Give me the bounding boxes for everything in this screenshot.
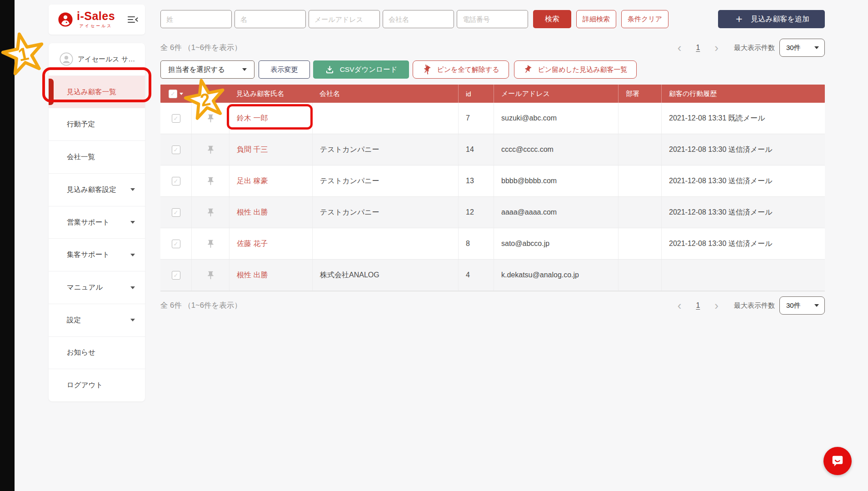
download-icon	[325, 65, 334, 75]
add-prospect-button[interactable]: ＋ 見込み顧客を追加	[718, 10, 825, 28]
row-pin-cell	[191, 165, 229, 196]
sidebar-collapse-button[interactable]	[127, 15, 139, 25]
company-cell: テストカンパニー	[312, 165, 458, 196]
next-page-icon[interactable]: ›	[712, 300, 721, 311]
pin-icon[interactable]	[206, 239, 215, 249]
pin-icon[interactable]	[206, 176, 215, 186]
max-rows-value: 30件	[786, 44, 801, 52]
row-checkbox[interactable]: ✓	[172, 177, 180, 185]
history-cell: 2021-12-08 13:30 送信済メール	[661, 165, 825, 196]
history-cell: 2021-12-08 13:30 送信済メール	[661, 134, 825, 165]
pin-icon[interactable]	[206, 114, 215, 123]
prospect-table: ✓ 見込み顧客氏名 会社名 id メールアドレス 部署 顧客の行動履歴 ✓ 鈴木…	[160, 85, 825, 291]
assignee-select[interactable]: 担当者を選択する	[160, 60, 254, 79]
prev-page-icon[interactable]: ‹	[675, 300, 684, 311]
dept-cell	[618, 228, 661, 259]
customer-name-link[interactable]: 根性 出勝	[237, 208, 268, 217]
sidebar-item-label: 集客サポート	[67, 250, 110, 260]
sidebar-item-action-schedule[interactable]: 行動予定	[49, 108, 145, 140]
left-black-strip	[0, 0, 15, 491]
user-name-label: アイセールス サ…	[78, 55, 135, 64]
table-row: ✓ 負間 千三 テストカンパニー 14 cccc@cccc.com 2021-1…	[160, 134, 825, 165]
sidebar-item-label: 営業サポート	[67, 218, 110, 227]
name-cell: 鈴木 一郎	[229, 103, 312, 134]
sidebar-item-label: マニュアル	[67, 283, 103, 292]
page-number[interactable]: 1	[696, 44, 700, 52]
select-menu-caret-icon[interactable]	[180, 93, 183, 95]
last-name-input[interactable]	[160, 10, 232, 28]
row-checkbox[interactable]: ✓	[172, 240, 180, 248]
select-all-checkbox[interactable]: ✓	[169, 90, 177, 98]
next-page-icon[interactable]: ›	[712, 42, 721, 54]
name-cell: 負間 千三	[229, 134, 312, 165]
check-mark: ✓	[174, 241, 179, 247]
pin-icon[interactable]	[206, 271, 215, 280]
header-name: 見込み顧客氏名	[229, 85, 312, 103]
email-cell: bbbb@bbbb.com	[494, 165, 618, 196]
sidebar-item-label: お知らせ	[67, 348, 95, 357]
prev-page-icon[interactable]: ‹	[675, 42, 684, 54]
check-mark: ✓	[174, 115, 179, 121]
pinned-prospects-button[interactable]: ピン留めした見込み顧客一覧	[514, 60, 637, 79]
sidebar-item-marketing-support[interactable]: 集客サポート	[49, 238, 145, 271]
customer-name-link[interactable]: 根性 出勝	[237, 271, 268, 280]
clear-conditions-button[interactable]: 条件クリア	[621, 10, 668, 28]
max-rows-select[interactable]: 30件	[779, 296, 825, 315]
search-button[interactable]: 検索	[533, 10, 571, 28]
first-name-input[interactable]	[234, 10, 306, 28]
table-row: ✓ 足出 稼豪 テストカンパニー 13 bbbb@bbbb.com 2021-1…	[160, 165, 825, 197]
sidebar-item-label: ログアウト	[67, 381, 103, 390]
sidebar-item-label: 行動予定	[67, 120, 95, 129]
table-body: ✓ 鈴木 一郎 7 suzuki@abc.com 2021-12-08 13:3…	[160, 103, 825, 291]
row-checkbox[interactable]: ✓	[172, 271, 180, 280]
select-all-header[interactable]: ✓	[160, 85, 191, 103]
row-checkbox[interactable]: ✓	[172, 208, 180, 217]
result-summary: 全 6件 （1~6件を表示）	[160, 301, 242, 311]
customer-name-link[interactable]: 負間 千三	[237, 145, 268, 155]
sidebar-item-notices[interactable]: お知らせ	[49, 336, 145, 369]
name-cell: 根性 出勝	[229, 197, 312, 228]
sidebar-item-label: 見込み顧客一覧	[67, 87, 116, 97]
pagination-controls: ‹ 1 › 最大表示件数 30件	[675, 296, 825, 315]
sidebar-item-company-list[interactable]: 会社一覧	[49, 140, 145, 173]
row-checkbox[interactable]: ✓	[172, 114, 180, 123]
row-checkbox-cell: ✓	[160, 103, 191, 134]
max-rows-label: 最大表示件数	[734, 301, 775, 310]
page-number[interactable]: 1	[696, 301, 700, 310]
customer-name-link[interactable]: 足出 稼豪	[237, 176, 268, 186]
row-checkbox-cell: ✓	[160, 260, 191, 291]
chat-button[interactable]	[823, 447, 852, 475]
pagination-controls: ‹ 1 › 最大表示件数 30件	[675, 39, 825, 57]
sidebar-item-prospect-list[interactable]: 見込み顧客一覧	[49, 75, 145, 108]
pin-icon[interactable]	[206, 208, 215, 217]
sidebar-item-logout[interactable]: ログアウト	[49, 369, 145, 401]
top-pagination-row: 全 6件 （1~6件を表示） ‹ 1 › 最大表示件数 30件	[160, 39, 825, 57]
pin-icon[interactable]	[206, 145, 215, 155]
table-row: ✓ 根性 出勝 株式会社ANALOG 4 k.dekatsu@analog.co…	[160, 260, 825, 291]
email-input[interactable]	[309, 10, 380, 28]
sidebar-item-sales-support[interactable]: 営業サポート	[49, 206, 145, 239]
display-change-button[interactable]: 表示変更	[259, 60, 310, 79]
sidebar-item-settings[interactable]: 設定	[49, 304, 145, 336]
dept-cell	[618, 197, 661, 228]
id-cell: 13	[458, 165, 494, 196]
row-checkbox[interactable]: ✓	[172, 145, 180, 154]
max-rows-select[interactable]: 30件	[779, 39, 825, 57]
csv-download-button[interactable]: CSVダウンロード	[313, 60, 409, 79]
email-cell: sato@abcco.jp	[494, 228, 618, 259]
phone-input[interactable]	[457, 10, 528, 28]
company-input[interactable]	[383, 10, 454, 28]
search-bar: 検索 詳細検索 条件クリア ＋ 見込み顧客を追加	[160, 10, 825, 28]
advanced-search-button[interactable]: 詳細検索	[576, 10, 616, 28]
customer-name-link[interactable]: 佐藤 花子	[237, 239, 268, 249]
row-checkbox-cell: ✓	[160, 165, 191, 196]
email-cell: suzuki@abc.com	[494, 103, 618, 134]
sidebar-item-manual[interactable]: マニュアル	[49, 271, 145, 304]
sidebar-item-prospect-settings[interactable]: 見込み顧客設定	[49, 173, 145, 206]
user-avatar-icon	[60, 52, 73, 66]
company-cell: 株式会社ANALOG	[312, 260, 458, 291]
unpin-all-button[interactable]: ピンを全て解除する	[413, 60, 509, 79]
pin-off-icon	[421, 63, 434, 76]
customer-name-link[interactable]: 鈴木 一郎	[237, 114, 268, 123]
row-pin-cell	[191, 228, 229, 259]
